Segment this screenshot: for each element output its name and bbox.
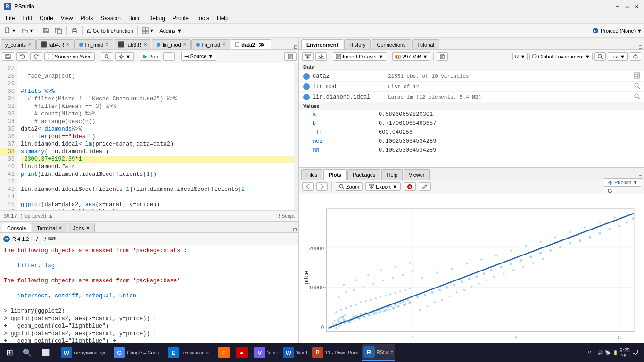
save-all-button[interactable] — [52, 25, 65, 36]
tab-environment[interactable]: Environment — [301, 39, 343, 49]
menu-plots[interactable]: Plots — [77, 15, 97, 22]
search-button[interactable]: 🔍 — [20, 344, 37, 361]
tab-help[interactable]: Help — [381, 169, 403, 180]
console-expand-button[interactable]: □ — [293, 227, 297, 232]
scope-prefix[interactable]: R ▼ — [512, 53, 528, 60]
taskbar-edge[interactable]: E Технічні аспе... — [166, 344, 215, 361]
volume-icon[interactable]: 🔊 — [597, 350, 603, 355]
console-collapse-button[interactable]: ─ — [290, 227, 294, 232]
open-file-button[interactable]: ▼ — [19, 25, 36, 36]
save-editor-button[interactable] — [2, 52, 14, 61]
clear-env-button[interactable] — [437, 52, 448, 61]
save-env-button[interactable] — [302, 52, 314, 61]
undo-button[interactable] — [16, 52, 28, 61]
code-content[interactable]: face_wrap(cut) #flats %>% # filter(Місто… — [17, 63, 298, 210]
lin-diamond-search[interactable] — [634, 93, 640, 101]
goto-button[interactable]: 🗂 Go to file/function — [84, 25, 136, 36]
taskbar-rstudio[interactable]: R RStudio — [362, 344, 396, 361]
menu-edit[interactable]: Edit — [18, 15, 36, 22]
list-view-button[interactable]: List ▼ — [608, 52, 628, 61]
plot-forward-button[interactable] — [316, 182, 328, 191]
project-selector[interactable]: R Project: (None) ▼ — [592, 27, 642, 34]
run-button[interactable]: ▶ Run — [140, 52, 161, 61]
tab-viewer[interactable]: Viewer — [404, 169, 429, 180]
delete-plot-button[interactable] — [404, 182, 416, 191]
start-button[interactable]: ⊞ — [2, 344, 19, 361]
memory-button[interactable]: 297 MiB ▼ — [392, 52, 430, 61]
task-view-button[interactable]: ⬜ — [38, 344, 55, 361]
upload-icon[interactable]: ↑ — [593, 350, 595, 355]
menu-view[interactable]: View — [57, 15, 77, 22]
print-button[interactable] — [69, 25, 80, 36]
editor-scrollbar[interactable] — [294, 63, 298, 210]
menu-tools[interactable]: Tools — [192, 15, 213, 22]
env-item-data2[interactable]: data2 21551 obs. of 10 variables — [299, 71, 644, 82]
menu-session[interactable]: Session — [97, 15, 124, 22]
maximize-button[interactable]: ▭ — [623, 3, 631, 10]
minimize-button[interactable]: ─ — [614, 3, 621, 10]
menu-profile[interactable]: Profile — [169, 15, 192, 22]
console-output[interactable]: The following objects are masked from 'p… — [0, 245, 298, 357]
menu-help[interactable]: Help — [213, 15, 232, 22]
menu-build[interactable]: Build — [124, 15, 145, 22]
source-button[interactable]: ⇥ Source ▼ — [181, 52, 216, 61]
menu-debug[interactable]: Debug — [145, 15, 169, 22]
zoom-button[interactable]: Zoom — [336, 182, 363, 191]
source-on-save-checkbox[interactable] — [48, 54, 53, 59]
tab-connections[interactable]: Connections — [372, 39, 411, 49]
plot-back-button[interactable] — [302, 182, 314, 191]
tab-lin-mod-3[interactable]: lin_mod✕ — [191, 39, 231, 49]
import-dataset-button[interactable]: Import Dataset ▼ — [333, 52, 386, 61]
tab-jobs[interactable]: Jobs✕ — [68, 223, 95, 232]
tab-files[interactable]: Files — [301, 169, 322, 180]
taskbar-powerpoint[interactable]: P 11 - PowerPoint — [310, 344, 361, 361]
battery-icon[interactable]: 🔋 — [612, 350, 618, 355]
taskbar-viber[interactable]: V Viber — [252, 344, 280, 361]
taskbar-word[interactable]: W методична інд... — [59, 344, 111, 361]
find-button[interactable] — [101, 52, 113, 61]
tab-terminal[interactable]: Terminal✕ — [32, 223, 67, 232]
env-collapse-button[interactable]: ─ — [634, 44, 638, 49]
tab-tutorial[interactable]: Tutorial — [412, 39, 439, 49]
env-refresh-button[interactable] — [630, 52, 641, 61]
env-item-lin-mod[interactable]: lin_mod List of 12 — [299, 82, 644, 92]
compile-button[interactable] — [284, 52, 297, 61]
code-editor[interactable]: 27 28 29 30 31 32 33 34 35 36 37 38 39 4… — [0, 63, 298, 210]
export-button[interactable]: Export ▼ — [365, 182, 401, 191]
tab-data2[interactable]: data2 ≫ — [231, 39, 271, 49]
tab-y-counts[interactable]: y_counts✕ — [1, 39, 36, 49]
tab-history[interactable]: History — [344, 39, 371, 49]
publish-button[interactable]: Publish ▼ — [604, 178, 641, 187]
load-env-button[interactable] — [315, 52, 327, 61]
source-on-save-button[interactable]: Source on Save — [44, 52, 95, 61]
network-icon[interactable]: 📡 — [605, 350, 611, 355]
tab-lab3[interactable]: ⬛lab3.R✕ — [114, 39, 151, 49]
menu-file[interactable]: File — [2, 15, 18, 22]
tab-packages[interactable]: Packages — [347, 169, 380, 180]
brush-plot-button[interactable] — [419, 182, 431, 191]
redo-button[interactable] — [30, 52, 42, 61]
taskbar-word2[interactable]: W Word — [281, 344, 309, 361]
save-button[interactable] — [40, 25, 51, 36]
new-file-button[interactable]: ▼ — [2, 25, 18, 36]
layout-button[interactable]: ▼ — [140, 25, 156, 36]
viber-tray[interactable]: V — [588, 350, 591, 355]
tab-plots[interactable]: Plots — [323, 169, 347, 180]
taskbar-firefox[interactable]: F — [216, 344, 233, 361]
lin-mod-search[interactable] — [634, 82, 640, 90]
data2-grid[interactable] — [634, 72, 640, 80]
env-item-lin-diamond[interactable]: lin.diamond.ideal Large lm (12 elements,… — [299, 92, 644, 102]
run-next-button[interactable]: → — [163, 52, 175, 61]
notification-button[interactable]: 🗨 — [632, 349, 638, 356]
env-search-button[interactable] — [594, 52, 606, 61]
code-tools-button[interactable]: ▼ — [115, 52, 134, 61]
tab-lin-mod-1[interactable]: lin_mod✕ — [74, 39, 114, 49]
menu-code[interactable]: Code — [36, 15, 57, 22]
code-level-arrow[interactable]: ▲ — [48, 213, 53, 219]
env-expand-button[interactable]: □ — [639, 44, 642, 49]
tab-console[interactable]: Console — [2, 223, 31, 232]
close-button[interactable]: ✕ — [633, 3, 640, 10]
tab-lab4[interactable]: ⬛lab4.R✕ — [36, 39, 74, 49]
taskbar-chrome[interactable]: G Google – Goog... — [112, 344, 165, 361]
editor-collapse-button[interactable]: ─ — [290, 44, 294, 49]
